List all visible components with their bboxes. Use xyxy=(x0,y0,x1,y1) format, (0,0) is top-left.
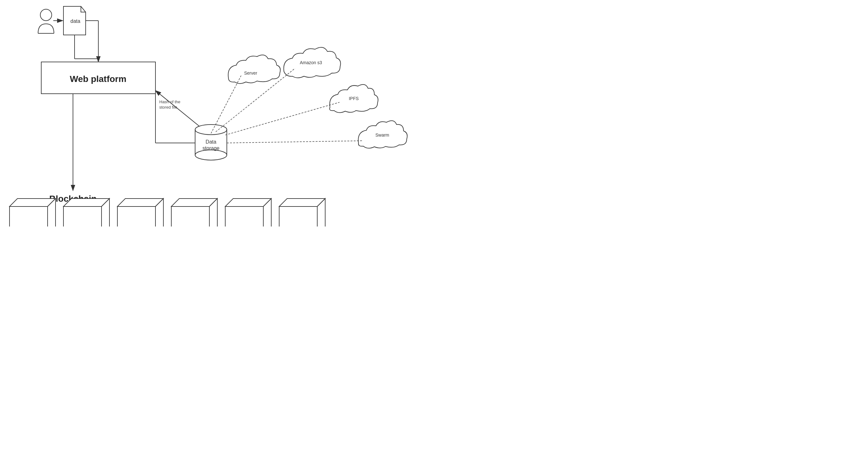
data-storage-label-line1: Data xyxy=(206,139,216,145)
cloud-ipfs: IPFS xyxy=(330,85,378,113)
svg-rect-12 xyxy=(117,206,155,227)
arrow-storage-to-webplatform xyxy=(155,90,206,132)
cloud-ipfs-label: IPFS xyxy=(349,96,359,101)
hash-label-line2: stored file xyxy=(159,105,177,110)
cloud-amazon: Amazon s3 xyxy=(284,47,340,78)
dashed-to-swarm xyxy=(227,141,363,143)
svg-rect-6 xyxy=(9,206,48,227)
block-4 xyxy=(171,199,217,227)
data-file: data xyxy=(63,6,86,35)
block-3 xyxy=(117,199,163,227)
diagram-container: data Web platform Hash of the stored fil… xyxy=(0,0,434,227)
svg-rect-18 xyxy=(225,206,263,227)
svg-point-5 xyxy=(195,150,227,160)
data-storage-cylinder: Data storage xyxy=(195,124,227,160)
svg-rect-21 xyxy=(279,206,317,227)
block-6 xyxy=(279,199,325,227)
dashed-to-server xyxy=(211,76,241,134)
data-file-label: data xyxy=(70,19,80,24)
web-platform-label: Web platform xyxy=(70,74,126,84)
cloud-swarm-label: Swarm xyxy=(375,133,389,138)
svg-point-0 xyxy=(40,9,52,21)
cloud-server-label: Server xyxy=(244,70,257,76)
dashed-to-ipfs xyxy=(225,102,339,135)
block-2 xyxy=(63,199,110,227)
svg-rect-9 xyxy=(63,206,101,227)
person-icon xyxy=(38,9,54,33)
svg-rect-15 xyxy=(171,206,209,227)
cloud-server: Server xyxy=(228,55,280,84)
block-5 xyxy=(225,199,271,227)
cloud-swarm: Swarm xyxy=(358,121,407,148)
block-1 xyxy=(9,199,56,227)
main-diagram-svg: data Web platform Hash of the stored fil… xyxy=(0,0,434,227)
cloud-amazon-label: Amazon s3 xyxy=(300,60,322,65)
data-storage-label-line2: storage xyxy=(203,145,219,151)
